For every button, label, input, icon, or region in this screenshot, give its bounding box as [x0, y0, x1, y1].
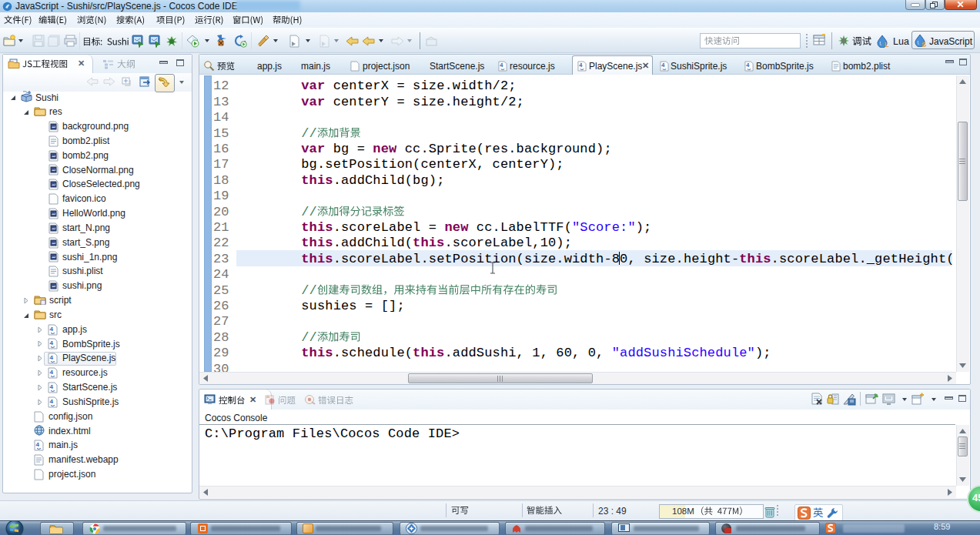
svg-text:4: 4	[50, 339, 54, 346]
svg-text:4: 4	[50, 326, 54, 333]
svg-text:L: L	[885, 41, 889, 48]
svg-text:S: S	[921, 40, 926, 48]
svg-text:4: 4	[36, 441, 40, 448]
svg-text:4: 4	[50, 383, 54, 390]
svg-text:4: 4	[50, 354, 54, 361]
svg-text:4: 4	[50, 398, 54, 405]
svg-text:4: 4	[50, 369, 54, 376]
